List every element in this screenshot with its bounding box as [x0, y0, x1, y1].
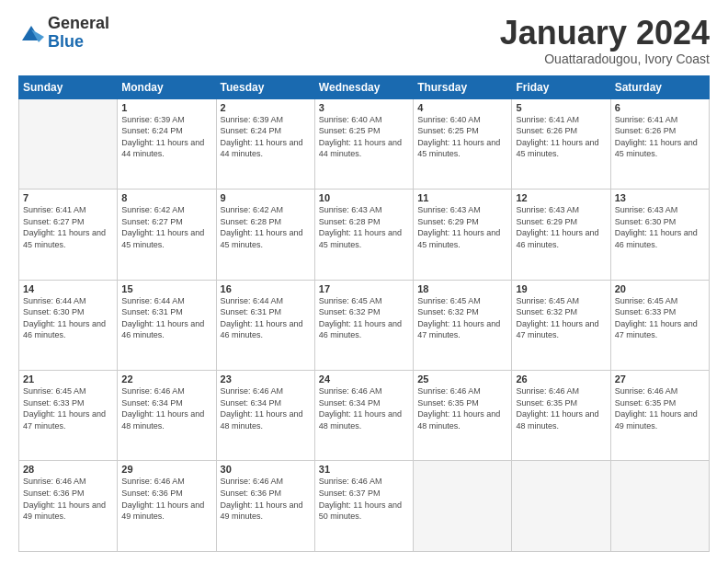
calendar-week-row: 7Sunrise: 6:41 AMSunset: 6:27 PMDaylight… [19, 190, 710, 280]
day-number: 6 [615, 102, 705, 113]
calendar-day-cell: 9Sunrise: 6:42 AMSunset: 6:28 PMDaylight… [216, 190, 314, 280]
day-info: Sunrise: 6:46 AMSunset: 6:34 PMDaylight:… [221, 385, 311, 431]
day-info: Sunrise: 6:44 AMSunset: 6:31 PMDaylight:… [121, 295, 211, 341]
calendar-day-cell: 15Sunrise: 6:44 AMSunset: 6:31 PMDayligh… [118, 280, 216, 370]
day-info: Sunrise: 6:43 AMSunset: 6:28 PMDaylight:… [319, 204, 409, 250]
weekday-header-monday: Monday [118, 75, 216, 98]
calendar-day-cell: 4Sunrise: 6:40 AMSunset: 6:25 PMDaylight… [414, 98, 512, 189]
day-number: 4 [417, 102, 507, 113]
day-number: 26 [516, 373, 606, 385]
day-info: Sunrise: 6:46 AMSunset: 6:35 PMDaylight:… [516, 385, 606, 431]
weekday-header-wednesday: Wednesday [314, 75, 413, 98]
calendar-day-cell: 20Sunrise: 6:45 AMSunset: 6:33 PMDayligh… [610, 280, 709, 370]
day-number: 5 [516, 102, 606, 113]
day-info: Sunrise: 6:43 AMSunset: 6:29 PMDaylight:… [417, 204, 507, 250]
calendar-day-cell: 1Sunrise: 6:39 AMSunset: 6:24 PMDaylight… [118, 98, 216, 189]
day-info: Sunrise: 6:41 AMSunset: 6:26 PMDaylight:… [615, 114, 705, 160]
calendar-day-cell: 23Sunrise: 6:46 AMSunset: 6:34 PMDayligh… [216, 371, 314, 461]
calendar-day-cell: 7Sunrise: 6:41 AMSunset: 6:27 PMDaylight… [19, 190, 118, 280]
day-number: 23 [221, 373, 311, 385]
day-number: 27 [615, 373, 705, 385]
day-info: Sunrise: 6:39 AMSunset: 6:24 PMDaylight:… [221, 114, 311, 160]
weekday-header-thursday: Thursday [414, 75, 512, 98]
logo-text: General Blue [48, 15, 109, 52]
calendar-day-cell: 11Sunrise: 6:43 AMSunset: 6:29 PMDayligh… [414, 190, 512, 280]
calendar-day-cell: 16Sunrise: 6:44 AMSunset: 6:31 PMDayligh… [216, 280, 314, 370]
weekday-header-saturday: Saturday [610, 75, 709, 98]
day-info: Sunrise: 6:44 AMSunset: 6:31 PMDaylight:… [221, 295, 311, 341]
logo-icon [18, 20, 44, 46]
calendar-day-cell [19, 98, 118, 189]
calendar-day-cell: 10Sunrise: 6:43 AMSunset: 6:28 PMDayligh… [314, 190, 413, 280]
day-number: 17 [319, 283, 409, 294]
day-info: Sunrise: 6:45 AMSunset: 6:32 PMDaylight:… [417, 295, 507, 341]
day-number: 12 [516, 192, 606, 203]
day-number: 20 [615, 283, 705, 294]
day-info: Sunrise: 6:41 AMSunset: 6:27 PMDaylight:… [23, 204, 113, 250]
calendar-day-cell [512, 461, 610, 552]
calendar-day-cell: 13Sunrise: 6:43 AMSunset: 6:30 PMDayligh… [610, 190, 709, 280]
day-number: 16 [221, 283, 311, 294]
day-number: 24 [319, 373, 409, 385]
calendar-day-cell [610, 461, 709, 552]
day-info: Sunrise: 6:46 AMSunset: 6:34 PMDaylight:… [121, 385, 211, 431]
calendar-day-cell: 27Sunrise: 6:46 AMSunset: 6:35 PMDayligh… [610, 371, 709, 461]
day-number: 2 [221, 102, 311, 113]
weekday-header-sunday: Sunday [19, 75, 118, 98]
day-info: Sunrise: 6:46 AMSunset: 6:35 PMDaylight:… [615, 385, 705, 431]
day-number: 30 [221, 464, 311, 475]
day-number: 22 [121, 373, 211, 385]
month-title: January 2024 [500, 15, 710, 52]
calendar-day-cell: 31Sunrise: 6:46 AMSunset: 6:37 PMDayligh… [314, 461, 413, 552]
calendar-day-cell: 5Sunrise: 6:41 AMSunset: 6:26 PMDaylight… [512, 98, 610, 189]
calendar-day-cell: 19Sunrise: 6:45 AMSunset: 6:32 PMDayligh… [512, 280, 610, 370]
calendar-day-cell: 28Sunrise: 6:46 AMSunset: 6:36 PMDayligh… [19, 461, 118, 552]
weekday-header-tuesday: Tuesday [216, 75, 314, 98]
day-number: 18 [417, 283, 507, 294]
calendar-day-cell: 8Sunrise: 6:42 AMSunset: 6:27 PMDaylight… [118, 190, 216, 280]
day-info: Sunrise: 6:46 AMSunset: 6:36 PMDaylight:… [221, 476, 311, 522]
calendar-day-cell: 2Sunrise: 6:39 AMSunset: 6:24 PMDaylight… [216, 98, 314, 189]
day-info: Sunrise: 6:42 AMSunset: 6:28 PMDaylight:… [221, 204, 311, 250]
day-info: Sunrise: 6:46 AMSunset: 6:36 PMDaylight:… [23, 476, 113, 522]
day-number: 15 [121, 283, 211, 294]
day-info: Sunrise: 6:46 AMSunset: 6:37 PMDaylight:… [319, 476, 409, 522]
day-number: 1 [121, 102, 211, 113]
calendar-week-row: 1Sunrise: 6:39 AMSunset: 6:24 PMDaylight… [19, 98, 710, 189]
logo-general-text: General [48, 15, 109, 33]
day-info: Sunrise: 6:44 AMSunset: 6:30 PMDaylight:… [23, 295, 113, 341]
calendar-day-cell: 17Sunrise: 6:45 AMSunset: 6:32 PMDayligh… [314, 280, 413, 370]
calendar-day-cell: 25Sunrise: 6:46 AMSunset: 6:35 PMDayligh… [414, 371, 512, 461]
title-block: January 2024 Ouattaradougou, Ivory Coast [500, 15, 710, 66]
calendar-day-cell: 3Sunrise: 6:40 AMSunset: 6:25 PMDaylight… [314, 98, 413, 189]
day-number: 19 [516, 283, 606, 294]
calendar-day-cell: 18Sunrise: 6:45 AMSunset: 6:32 PMDayligh… [414, 280, 512, 370]
day-number: 3 [319, 102, 409, 113]
calendar-day-cell: 22Sunrise: 6:46 AMSunset: 6:34 PMDayligh… [118, 371, 216, 461]
day-info: Sunrise: 6:42 AMSunset: 6:27 PMDaylight:… [121, 204, 211, 250]
day-number: 21 [23, 373, 113, 385]
day-info: Sunrise: 6:45 AMSunset: 6:33 PMDaylight:… [23, 385, 113, 431]
day-number: 28 [23, 464, 113, 475]
day-info: Sunrise: 6:45 AMSunset: 6:33 PMDaylight:… [615, 295, 705, 341]
day-number: 31 [319, 464, 409, 475]
day-info: Sunrise: 6:40 AMSunset: 6:25 PMDaylight:… [417, 114, 507, 160]
calendar-day-cell: 6Sunrise: 6:41 AMSunset: 6:26 PMDaylight… [610, 98, 709, 189]
day-number: 25 [417, 373, 507, 385]
day-number: 13 [615, 192, 705, 203]
weekday-header-row: SundayMondayTuesdayWednesdayThursdayFrid… [19, 75, 710, 98]
day-info: Sunrise: 6:43 AMSunset: 6:30 PMDaylight:… [615, 204, 705, 250]
day-info: Sunrise: 6:46 AMSunset: 6:36 PMDaylight:… [121, 476, 211, 522]
day-info: Sunrise: 6:43 AMSunset: 6:29 PMDaylight:… [516, 204, 606, 250]
calendar-table: SundayMondayTuesdayWednesdayThursdayFrid… [18, 75, 710, 552]
weekday-header-friday: Friday [512, 75, 610, 98]
day-number: 14 [23, 283, 113, 294]
day-info: Sunrise: 6:46 AMSunset: 6:35 PMDaylight:… [417, 385, 507, 431]
day-info: Sunrise: 6:41 AMSunset: 6:26 PMDaylight:… [516, 114, 606, 160]
calendar-day-cell: 21Sunrise: 6:45 AMSunset: 6:33 PMDayligh… [19, 371, 118, 461]
calendar-day-cell: 24Sunrise: 6:46 AMSunset: 6:34 PMDayligh… [314, 371, 413, 461]
logo: General Blue [18, 15, 109, 52]
calendar-week-row: 14Sunrise: 6:44 AMSunset: 6:30 PMDayligh… [19, 280, 710, 370]
day-number: 7 [23, 192, 113, 203]
calendar-week-row: 28Sunrise: 6:46 AMSunset: 6:36 PMDayligh… [19, 461, 710, 552]
